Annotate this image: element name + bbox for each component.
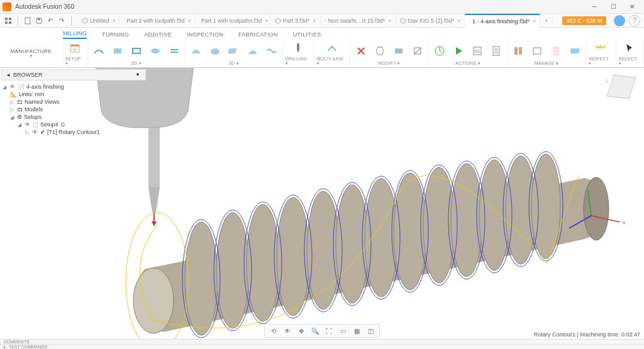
svg-rect-22 xyxy=(519,47,522,55)
doc-tab[interactable]: Dav KIG 5 (2).f3d*× xyxy=(396,14,465,28)
svg-point-42 xyxy=(479,160,509,270)
browser-title: BROWSER xyxy=(13,72,43,78)
minimize-button[interactable]: ─ xyxy=(585,1,604,13)
user-avatar-icon[interactable] xyxy=(614,15,625,26)
ribbon-tab-turning[interactable]: TURNING xyxy=(102,31,129,39)
doc-tab-label: 1 - 4-axis finishing.f3d* xyxy=(472,18,530,25)
ribbon-tab-milling[interactable]: MILLING xyxy=(63,30,87,39)
worm-shaft xyxy=(126,152,609,339)
viewports-icon[interactable]: ◫ xyxy=(365,326,375,336)
manage-3-icon[interactable] xyxy=(548,43,564,59)
modify-2-icon[interactable] xyxy=(372,43,388,59)
ribbon-tab-additive[interactable]: ADDITIVE xyxy=(144,31,172,39)
tool-2d-5-icon[interactable] xyxy=(166,43,182,59)
viewport[interactable]: x ◄ BROWSER ● ◢👁📄4-axis finishing 📐Units… xyxy=(0,68,644,339)
setup-icon[interactable]: G xyxy=(67,40,83,57)
tree-setups[interactable]: ◢⚙Setups xyxy=(3,113,145,121)
close-tab-icon[interactable]: × xyxy=(188,18,191,24)
file-menu-icon[interactable] xyxy=(23,16,32,25)
close-tab-icon[interactable]: × xyxy=(313,18,316,24)
close-tab-icon[interactable]: × xyxy=(388,18,391,24)
ribbon-tab-utilities[interactable]: UTILITIES xyxy=(293,31,321,39)
tree-models[interactable]: ▷🗀Models xyxy=(3,106,145,113)
tool-3d-4-icon[interactable] xyxy=(245,43,261,59)
manage-2-icon[interactable] xyxy=(529,43,545,59)
doc-tab[interactable]: Part 3.f3d*× xyxy=(271,14,321,28)
doc-tab[interactable]: Untitled× xyxy=(78,14,120,28)
new-tab-button[interactable]: + xyxy=(540,14,553,28)
doc-tab-label: Part 3.f3d* xyxy=(283,18,310,24)
svg-marker-29 xyxy=(152,221,157,226)
tool-3d-5-icon[interactable] xyxy=(264,43,280,59)
svg-rect-3 xyxy=(9,21,11,24)
tool-3d-3-icon[interactable] xyxy=(226,43,242,59)
doc-tab[interactable]: Part 1 with toolpaths.f3d× xyxy=(196,14,271,28)
tool-3d-2-icon[interactable] xyxy=(207,43,223,59)
fit-icon[interactable]: ⛶ xyxy=(324,326,334,336)
lookat-icon[interactable]: 👁 xyxy=(282,326,292,336)
redo-icon[interactable]: ↷ xyxy=(57,16,66,25)
display-icon[interactable]: ▭ xyxy=(338,326,348,336)
zoom-icon[interactable]: 🔍 xyxy=(310,326,320,336)
doc-tab-active[interactable]: 1 - 4-axis finishing.f3d*× xyxy=(465,14,540,28)
doc-tab[interactable]: Non swarfs…rt 15.f3d*× xyxy=(321,14,396,28)
text-commands-bar[interactable]: ▸TEXT COMMANDS xyxy=(0,344,644,349)
ribbon-tab-fabrication[interactable]: FABRICATION xyxy=(238,31,278,39)
tool-2d-1-icon[interactable] xyxy=(91,43,107,59)
modify-1-icon[interactable] xyxy=(353,43,369,59)
close-window-button[interactable]: ✕ xyxy=(623,1,641,13)
close-tab-icon[interactable]: × xyxy=(457,18,460,24)
viewcube-face[interactable] xyxy=(606,75,636,99)
tool-2d-2-icon[interactable] xyxy=(109,43,126,59)
undo-icon[interactable]: ↶ xyxy=(46,16,55,25)
modify-4-icon[interactable] xyxy=(409,43,426,59)
drilling-icon[interactable] xyxy=(290,40,306,57)
pan-icon[interactable]: ✥ xyxy=(296,326,306,336)
ribbon-group-modify: MODIFY ▾ xyxy=(350,39,429,67)
maximize-button[interactable]: ☐ xyxy=(604,1,623,13)
document-tabs: Untitled× Part 2 with toolpath.f3d× Part… xyxy=(78,14,558,28)
close-tab-icon[interactable]: × xyxy=(113,18,116,24)
simulate-icon[interactable] xyxy=(450,43,467,59)
ribbon-group-select: SELECT ▾ xyxy=(616,39,644,67)
workspace-switcher[interactable]: MANUFACTURE ▼ xyxy=(0,39,63,67)
manage-4-icon[interactable] xyxy=(567,43,583,59)
tool-2d-3-icon[interactable] xyxy=(128,43,145,59)
setup-sheet-icon[interactable] xyxy=(488,43,504,59)
manage-1-icon[interactable] xyxy=(510,43,526,59)
postprocess-icon[interactable]: G1 xyxy=(469,43,486,59)
ribbon-tab-inspection[interactable]: INSPECTION xyxy=(187,31,223,39)
comments-bar[interactable]: COMMENTS xyxy=(0,339,644,344)
workspace-label: MANUFACTURE xyxy=(11,48,52,54)
tree-named-views[interactable]: ▷🗀Named Views xyxy=(3,98,145,106)
browser-options-icon[interactable]: ● xyxy=(134,71,142,79)
close-tab-icon[interactable]: × xyxy=(533,18,536,25)
ribbon-group-label: DRILLING ▾ xyxy=(286,57,311,66)
orbit-icon[interactable]: ⟲ xyxy=(269,326,279,336)
help-icon[interactable]: ? xyxy=(629,15,640,26)
tree-setup-node[interactable]: ◢👁⬚Setup4⊙ xyxy=(3,121,145,128)
grid-icon[interactable]: ▦ xyxy=(352,326,362,336)
modify-3-icon[interactable] xyxy=(391,43,407,59)
save-icon[interactable] xyxy=(35,16,43,25)
tree-units[interactable]: 📐Units: mm xyxy=(3,91,145,98)
data-panel-icon[interactable] xyxy=(4,16,13,25)
svg-rect-10 xyxy=(133,48,140,53)
tree-label: Models xyxy=(25,106,43,113)
extension-badge[interactable]: 453 E - 538 W xyxy=(562,16,606,25)
tool-2d-4-icon[interactable] xyxy=(147,43,164,59)
generate-icon[interactable] xyxy=(431,43,448,59)
tree-root[interactable]: ◢👁📄4-axis finishing xyxy=(3,83,145,91)
tree-operation[interactable]: ▷👁✔[T1] Rotary Contour1 xyxy=(3,128,145,136)
svg-text:x: x xyxy=(623,219,625,225)
browser-header[interactable]: ◄ BROWSER ● xyxy=(1,69,146,80)
ribbon-group-setup: G SETUP ▾ xyxy=(63,39,88,67)
select-icon[interactable] xyxy=(621,40,638,57)
tool-3d-1-icon[interactable] xyxy=(188,43,204,59)
doc-tab[interactable]: Part 2 with toolpath.f3d× xyxy=(120,14,196,28)
inspect-icon[interactable] xyxy=(592,40,609,57)
close-tab-icon[interactable]: × xyxy=(265,18,268,24)
multiaxis-icon[interactable] xyxy=(324,40,340,57)
home-view-icon[interactable]: ⌂ xyxy=(605,77,609,84)
viewcube[interactable] xyxy=(610,75,636,102)
